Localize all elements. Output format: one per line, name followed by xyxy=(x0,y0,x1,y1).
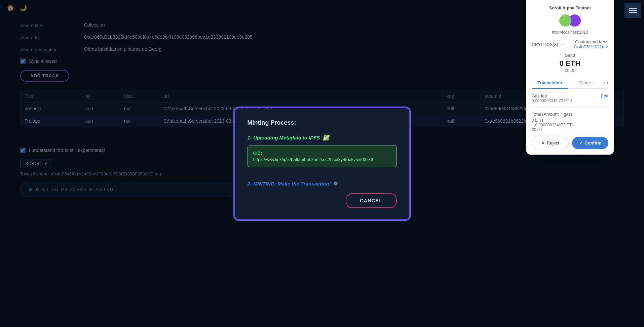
wallet-total-eur: €0.00 xyxy=(532,127,608,132)
hamburger-button[interactable] xyxy=(624,3,641,18)
cid-label: CID: xyxy=(253,151,391,156)
wallet-fee-edit[interactable]: Edit xyxy=(601,93,608,98)
wallet-address[interactable]: 0x4bF5***3D1a ↗ xyxy=(574,44,608,49)
hamburger-line-3 xyxy=(629,12,637,13)
confirm-label: Confirm xyxy=(585,140,602,146)
x-icon: ✕ xyxy=(541,140,545,146)
step2-title: 2- MINTING: Make the Transaction! xyxy=(248,181,397,187)
wallet-circle-green xyxy=(559,14,571,27)
step1-label: 1- Uploading Metadata to IPFS xyxy=(248,135,320,140)
wallet-divider xyxy=(532,107,608,108)
wallet-total-label: Total (Amount + gas) xyxy=(532,112,608,117)
cid-value: https://w3s.link/ipfs/bafkreihpbznri2sqc… xyxy=(253,157,391,162)
wallet-url: http://localhost:1010 xyxy=(532,30,608,35)
gear-icon[interactable]: ⚙ xyxy=(604,78,608,88)
cancel-button[interactable]: CANCEL xyxy=(346,193,396,208)
wallet-network: Scroll Alpha Testnet xyxy=(532,5,608,10)
modal-divider xyxy=(248,174,397,174)
step2-label: 2- MINTING: Make the Transaction! xyxy=(248,181,331,187)
wallet-contract-row: CRYPTOS(3) → Contract address 0x4bF5***3… xyxy=(532,39,608,49)
tab-details[interactable]: Details xyxy=(568,78,604,88)
wallet-address-text: 0x4bF5***3D1a xyxy=(574,44,604,49)
step1-check-icon: ✅ xyxy=(323,134,329,141)
wallet-total-values: 0 ETH + 0.000000334673 ETH €0.00 xyxy=(532,118,608,132)
wallet-amount: 0 ETH xyxy=(532,59,608,68)
wallet-icons xyxy=(532,14,608,27)
reject-button[interactable]: ✕ Reject xyxy=(532,137,569,149)
modal-footer: CANCEL xyxy=(248,193,397,208)
wallet-tabs: Transaction Details ⚙ xyxy=(532,78,608,89)
wallet-total-eth: 0 ETH xyxy=(532,118,608,123)
wallet-fee-row: Gas fee 0.0000003346 73 ETH Edit xyxy=(532,93,608,103)
wallet-total-gas: + 0.000000334673 ETH xyxy=(532,123,608,127)
minting-modal: Minting Process: 1- Uploading Metadata t… xyxy=(235,108,410,219)
confirm-button[interactable]: ✓ Confirm xyxy=(572,137,608,149)
check-confirm-icon: ✓ xyxy=(579,140,583,146)
wallet-cryptos-label: CRYPTOS(3) → xyxy=(532,42,564,47)
wallet-panel: Scroll Alpha Testnet http://localhost:10… xyxy=(526,0,614,155)
wallet-fee-label: Gas fee xyxy=(532,93,572,98)
wallet-send-label: Send xyxy=(532,53,608,58)
step2-spinner-icon xyxy=(334,181,338,186)
tab-transaction[interactable]: Transaction xyxy=(532,78,568,88)
hamburger-line-2 xyxy=(629,10,637,11)
external-link-icon: ↗ xyxy=(606,45,608,49)
cid-box: CID: https://w3s.link/ipfs/bafkreihpbznr… xyxy=(248,146,397,167)
hamburger-line-1 xyxy=(629,8,637,9)
reject-label: Reject xyxy=(547,140,559,146)
wallet-eur: €0.00 xyxy=(532,68,608,73)
wallet-contract-label: Contract address xyxy=(574,39,608,44)
wallet-fee-value: 0.0000003346 73 ETH xyxy=(532,98,572,103)
wallet-actions: ✕ Reject ✓ Confirm xyxy=(532,137,608,149)
step1-title: 1- Uploading Metadata to IPFS ✅ xyxy=(248,134,397,141)
modal-title: Minting Process: xyxy=(248,119,397,126)
